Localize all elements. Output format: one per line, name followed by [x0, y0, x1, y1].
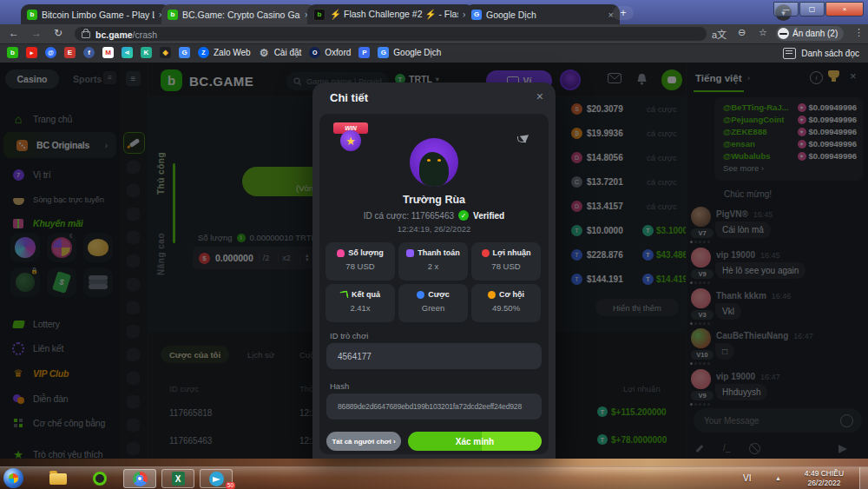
bookmark-gdich-icon[interactable] [378, 47, 389, 58]
modal-close-icon[interactable]: × [536, 89, 543, 103]
bookmark-translate-icon[interactable] [179, 47, 190, 58]
stat-bet: Cược Green [398, 284, 468, 322]
verified-label: Verified [473, 211, 504, 221]
bookmark-star-icon[interactable]: ☆ [759, 27, 767, 38]
zoom-icon[interactable]: ⊖ [738, 27, 746, 38]
taskbar: 50 VI ▲ 4:49 CHIỀU 26/2/2022 [0, 466, 868, 489]
language-indicator[interactable]: VI [743, 473, 751, 483]
address-bar[interactable]: bc.game/crash [75, 27, 707, 41]
tray-expand-icon[interactable]: ▲ [775, 475, 781, 481]
excel-icon [172, 472, 185, 486]
bookmark-share-icon[interactable] [122, 47, 133, 58]
stat-profit: Lợi nhuận 78 USD [471, 242, 541, 281]
all-players-button[interactable]: Tất cả người chơi › [326, 432, 401, 451]
bookmark-oxford-icon[interactable] [309, 47, 320, 58]
incognito-badge[interactable]: Ẩn danh (2) [776, 26, 844, 41]
screen: Bitcoin Limbo Game - Play Limbo × BC.Gam… [0, 0, 868, 489]
bet-datetime: 12:24:19, 26/2/2022 [319, 224, 549, 234]
tab-title: Bitcoin Limbo Game - Play Limbo [42, 10, 155, 20]
bookmark-youtube-icon[interactable] [26, 47, 37, 58]
bookmark-mail-icon[interactable] [45, 47, 56, 58]
bookmark-kucoin-icon[interactable] [141, 47, 152, 58]
win-star-icon: ★ [340, 130, 361, 151]
reload-icon[interactable]: ↻ [54, 27, 62, 39]
bookmark-zalo-label[interactable]: Zalo Web [214, 48, 251, 57]
new-tab-button[interactable]: + [613, 6, 634, 20]
translate-favicon [471, 10, 482, 20]
stat-amount: Số lượng 78 USD [326, 242, 395, 281]
browser-menu-icon[interactable]: ⋮ [854, 27, 864, 38]
incognito-label: Ẩn danh (2) [792, 29, 838, 38]
reading-list-label: Danh sách đọc [801, 49, 859, 58]
bet-details-modal: Chi tiết × WIN ★ Trường Rùa ID cá cược: … [312, 83, 556, 459]
verified-shield-icon: ✓ [458, 210, 469, 221]
url-text: bc.game/crash [95, 26, 157, 42]
bcgame-favicon [27, 10, 37, 20]
tab-bcgame-active[interactable]: BC.Game: Crypto Casino Games × [161, 4, 316, 24]
browser-tab-bar: Bitcoin Limbo Game - Play Limbo × BC.Gam… [0, 0, 868, 24]
bookmark-binance-icon[interactable] [160, 47, 171, 58]
maximize-button[interactable]: ▢ [799, 2, 825, 17]
tab-limbo[interactable]: Bitcoin Limbo Game - Play Limbo × [21, 4, 170, 24]
show-desktop-button[interactable] [859, 467, 868, 489]
notification-badge: 50 [226, 482, 235, 489]
bet-id-label: ID cá cược: 117665463 [364, 211, 454, 221]
hash-label: Hash [330, 381, 349, 391]
stat-payout: Thanh toán 2 x [398, 242, 468, 281]
taskbar-explorer[interactable] [42, 469, 75, 488]
player-name: Trường Rùa [319, 194, 549, 206]
bookmark-settings-icon[interactable] [259, 47, 270, 58]
amount-icon [337, 249, 345, 257]
taskbar-chrome[interactable] [123, 469, 156, 488]
start-button[interactable] [3, 468, 23, 488]
back-icon[interactable]: ← [9, 27, 19, 39]
minimize-button[interactable]: — [773, 2, 799, 17]
lock-icon [82, 31, 90, 38]
bookmark-gdich-label[interactable]: Google Dịch [393, 48, 441, 57]
share-icon[interactable] [517, 133, 529, 142]
reading-list-icon [783, 48, 796, 59]
verify-button[interactable]: Xác minh [408, 432, 542, 451]
win-badge: WIN ★ [333, 122, 368, 154]
disc-icon [93, 472, 107, 486]
modal-title: Chi tiết [330, 91, 368, 104]
bookmark-gmail-icon[interactable] [102, 47, 114, 58]
tab-title: BC.Game: Crypto Casino Games [182, 10, 300, 20]
bookmark-p-icon[interactable] [358, 47, 370, 58]
taskbar-media-app[interactable] [83, 469, 116, 488]
result-icon [339, 290, 348, 299]
bookmark-bcgame-icon[interactable] [7, 47, 18, 58]
window-controls: — ▢ × [773, 2, 864, 17]
payout-icon [406, 249, 414, 257]
avatar-eyes [427, 159, 431, 162]
hash-field[interactable]: 86889de2d6647689ebd199b103201fa72dcd2eef… [326, 393, 542, 420]
stat-odds: Cơ hội 49.50% [471, 284, 541, 322]
windows-flag-icon [9, 473, 18, 483]
taskbar-clock[interactable]: 4:49 CHIỀU 26/2/2022 [792, 469, 857, 488]
taskbar-excel[interactable] [161, 469, 194, 488]
clock-date: 26/2/2022 [792, 479, 857, 488]
close-button[interactable]: × [825, 2, 864, 17]
bet-id-row: ID cá cược: 117665463 ✓ Verified [319, 210, 549, 221]
taskbar-telegram[interactable]: 50 [200, 469, 233, 488]
bet-details-card: WIN ★ Trường Rùa ID cá cược: 117665463 ✓… [319, 114, 549, 454]
flash-favicon [313, 9, 326, 21]
bookmark-zalo-icon[interactable] [198, 47, 209, 58]
game-id-field[interactable]: 4564177 [326, 343, 542, 369]
reading-list[interactable]: Danh sách đọc [783, 48, 859, 59]
bcgame-favicon [168, 10, 178, 20]
tab-google-translate[interactable]: Google Dịch × [465, 4, 620, 24]
browser-toolbar: ← → ↻ bc.game/crash a文 ⊖ ☆ Ẩn danh (2) ⋮ [0, 24, 868, 43]
bet-icon [417, 291, 424, 299]
stat-result: Kết quả 2.41x [326, 284, 395, 322]
bookmark-evernote-icon[interactable] [64, 47, 76, 58]
translate-page-icon[interactable]: a文 [712, 27, 727, 41]
odds-icon [488, 291, 496, 299]
forward-icon[interactable]: → [31, 27, 42, 39]
tab-flash-challenge[interactable]: ⚡ Flash Challenge #2 ⚡ - Flash Ch × [307, 4, 474, 24]
bookmark-settings-label[interactable]: Cài đặt [274, 48, 302, 57]
bookmark-oxford-label[interactable]: Oxford [325, 48, 351, 57]
bookmark-facebook-icon[interactable] [83, 47, 95, 58]
bookmarks-bar: Zalo Web Cài đặt Oxford Google Dịch Danh… [0, 43, 868, 63]
player-avatar[interactable] [410, 138, 458, 187]
